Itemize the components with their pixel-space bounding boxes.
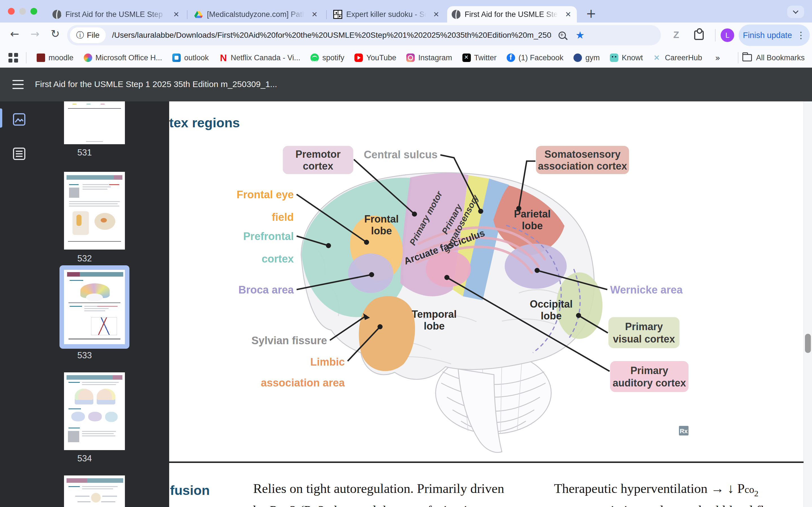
tab-label: First Aid for the USMLE Step 1 <box>465 10 560 19</box>
all-bookmarks-button[interactable]: All Bookmarks <box>738 52 805 63</box>
bookmark-outlook[interactable]: outlook <box>172 54 209 62</box>
tab-medicalstudyzone[interactable]: [Medicalstudyzone.com] Path ✕ <box>190 6 324 22</box>
bookmark-careerhub[interactable]: CareerHub <box>653 54 702 62</box>
browser-menu-icon[interactable]: ⋮ <box>797 30 806 41</box>
tab-killer-sudoku[interactable]: Expert killer sudoku - Solve fr ✕ <box>329 6 445 22</box>
occipital-lobe-label: Occipital <box>530 298 573 310</box>
back-button[interactable]: ← <box>10 27 19 40</box>
thumbnail-view-button[interactable] <box>12 113 26 126</box>
zoom-window-button[interactable] <box>31 8 37 15</box>
bookmark-instagram[interactable]: Instagram <box>406 54 452 62</box>
svg-text:lobe: lobe <box>371 225 392 237</box>
close-icon[interactable]: ✕ <box>172 10 181 19</box>
thumbnail-page-535[interactable] <box>64 475 125 507</box>
wernicke-region <box>505 244 567 289</box>
new-tab-button[interactable]: + <box>586 8 596 19</box>
url-text[interactable]: /Users/lauralabbe/Downloads/First%20Aid%… <box>112 31 552 40</box>
bookmark-netflix[interactable]: Netflix Canada - Vi... <box>219 54 300 62</box>
svg-text:lobe: lobe <box>424 320 445 332</box>
close-window-button[interactable] <box>8 8 15 15</box>
bookmark-knowt[interactable]: Knowt <box>610 54 643 62</box>
visual-cortex-label: Primary <box>625 321 663 332</box>
spotify-icon <box>310 54 319 62</box>
bookmark-gym[interactable]: gym <box>573 54 600 62</box>
bookmark-spotify[interactable]: spotify <box>310 54 344 62</box>
tab-strip: First Aid for the USMLE Step 1 ✕ [Medica… <box>0 0 812 22</box>
svg-text:association area: association area <box>261 377 345 389</box>
bookmarks-bar: moodle Microsoft Office H... outlook Net… <box>0 48 812 68</box>
profile-avatar[interactable]: L <box>721 29 734 42</box>
temporal-lobe-label: Temporal <box>412 308 456 320</box>
z-extension-icon[interactable]: Z <box>673 29 679 40</box>
bookmark-facebook[interactable]: (1) Facebook <box>507 54 563 62</box>
info-icon: ⓘ <box>76 30 84 41</box>
moodle-icon <box>37 54 45 62</box>
facebook-icon <box>507 54 515 62</box>
bookmark-moodle[interactable]: moodle <box>37 54 73 62</box>
tab-search-button[interactable] <box>787 6 804 18</box>
tab-first-aid-1[interactable]: First Aid for the USMLE Step 1 ✕ <box>48 6 185 22</box>
bookmark-youtube[interactable]: YouTube <box>354 54 396 62</box>
svg-text:lobe: lobe <box>522 220 543 231</box>
scrollbar-track[interactable] <box>804 101 812 507</box>
knowt-icon <box>610 54 618 62</box>
thumbnail-page-532[interactable] <box>64 172 125 249</box>
svg-text:auditory cortex: auditory cortex <box>613 377 686 389</box>
svg-text:lobe: lobe <box>541 310 562 322</box>
sylvian-label: Sylvian fissure <box>252 335 327 346</box>
pdf-globe-icon <box>452 10 461 19</box>
youtube-icon <box>354 54 363 62</box>
tab-label: First Aid for the USMLE Step 1 <box>65 10 168 19</box>
minimize-window-button[interactable] <box>19 8 26 15</box>
thumbnail-page-534[interactable] <box>64 372 125 450</box>
tab-divider <box>187 10 188 19</box>
bookmark-twitter[interactable]: Twitter <box>462 54 497 62</box>
bookmarks-divider <box>26 52 27 63</box>
body-text-line-clipped: vasoconstriction and ↓ cerebral blood fl <box>554 503 764 507</box>
thumbnail-label: 534 <box>0 453 169 464</box>
thumbnail-label: 531 <box>0 148 169 158</box>
next-section-text: fusion Relies on tight autoregulation. P… <box>169 466 804 507</box>
apps-grid-icon[interactable] <box>8 53 18 62</box>
bookmarks-overflow-button[interactable]: » <box>715 53 720 63</box>
forward-button[interactable]: → <box>31 27 40 40</box>
temporal-pole-region <box>359 296 415 371</box>
file-scheme-chip[interactable]: ⓘ File <box>70 27 106 43</box>
pdf-menu-button[interactable] <box>12 80 24 89</box>
netflix-icon <box>219 54 227 62</box>
finish-update-label: Finish update <box>743 31 792 40</box>
finish-update-button[interactable]: Finish update ⋮ <box>739 24 810 46</box>
svg-text:association cortex: association cortex <box>538 160 627 172</box>
scrollbar-thumb[interactable] <box>805 334 811 353</box>
svg-text:visual cortex: visual cortex <box>613 333 675 345</box>
section-heading-partial: fusion <box>170 483 210 498</box>
bookmark-office[interactable]: Microsoft Office H... <box>84 54 162 62</box>
frontal-eye-field-label: Frontal eye <box>237 189 294 201</box>
close-icon[interactable]: ✕ <box>432 10 441 19</box>
zoom-page-icon[interactable] <box>559 32 566 39</box>
close-icon[interactable]: ✕ <box>564 10 572 19</box>
central-sulcus-label: Central sulcus <box>364 149 438 161</box>
active-view-indicator <box>0 108 2 128</box>
browser-toolbar: ← → ↻ ⓘ File /Users/lauralabbe/Downloads… <box>0 22 812 48</box>
tab-label: [Medicalstudyzone.com] Path <box>207 10 306 19</box>
thumbnail-page-531[interactable] <box>64 101 125 144</box>
svg-text:field: field <box>272 211 294 223</box>
chevron-down-icon <box>793 8 799 14</box>
address-bar[interactable]: ⓘ File /Users/lauralabbe/Downloads/First… <box>67 25 661 45</box>
tab-first-aid-active[interactable]: First Aid for the USMLE Step 1 ✕ <box>447 6 577 22</box>
cortex-regions-figure: tex regions <box>169 101 804 466</box>
extensions-puzzle-icon[interactable] <box>694 31 704 40</box>
thumbnail-page-533[interactable] <box>64 270 125 344</box>
careerhub-icon <box>653 54 661 62</box>
frontal-lobe-label: Frontal <box>364 213 399 225</box>
outlook-icon <box>172 54 181 62</box>
svg-text:Rx: Rx <box>680 428 688 435</box>
svg-text:cortex: cortex <box>303 160 333 172</box>
bookmark-star-icon[interactable]: ★ <box>575 29 585 41</box>
pdf-globe-icon <box>52 10 61 19</box>
close-icon[interactable]: ✕ <box>310 10 319 19</box>
svg-text:cortex: cortex <box>262 253 294 265</box>
bookmarks-divider <box>738 52 739 63</box>
reload-button[interactable]: ↻ <box>51 27 60 40</box>
